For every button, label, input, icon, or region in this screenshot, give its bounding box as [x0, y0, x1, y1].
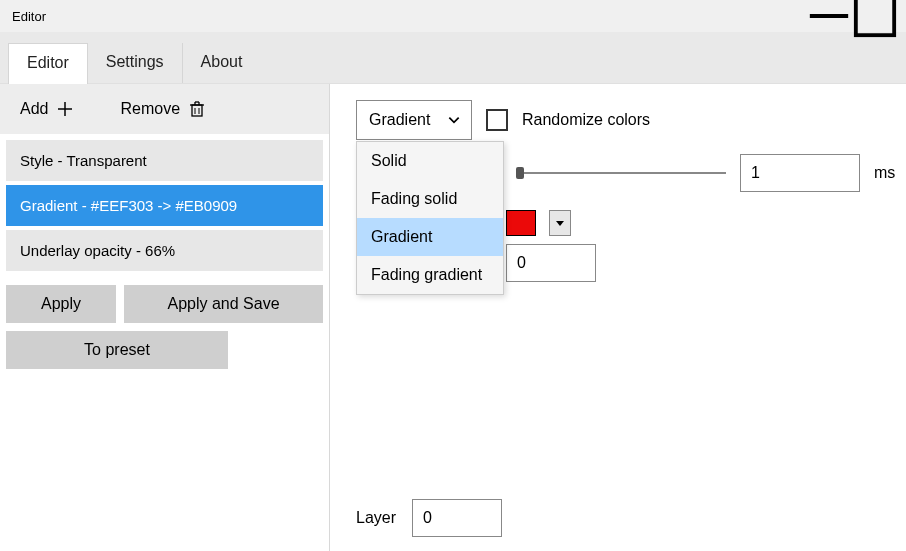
layer-list: Style - Transparent Gradient - #EEF303 -… — [0, 134, 329, 281]
color-dropdown-button[interactable] — [549, 210, 571, 236]
chevron-down-icon — [447, 113, 461, 127]
fill-type-value: Gradient — [369, 111, 430, 129]
svg-marker-11 — [556, 221, 564, 226]
tab-editor[interactable]: Editor — [8, 43, 88, 84]
fill-option-solid[interactable]: Solid — [357, 142, 503, 180]
tab-settings[interactable]: Settings — [88, 43, 183, 83]
width-input[interactable] — [506, 244, 596, 282]
randomize-label: Randomize colors — [522, 111, 650, 129]
apply-save-button[interactable]: Apply and Save — [124, 285, 323, 323]
plus-icon — [56, 100, 74, 118]
svg-rect-1 — [856, 0, 894, 35]
add-button[interactable]: Add — [10, 94, 84, 124]
randomize-checkbox[interactable] — [486, 109, 508, 131]
duration-input[interactable] — [740, 154, 860, 192]
titlebar: Editor — [0, 0, 906, 32]
list-item[interactable]: Gradient - #EEF303 -> #EB0909 — [6, 185, 323, 226]
window-title: Editor — [12, 9, 46, 24]
layer-input[interactable] — [412, 499, 502, 537]
tab-about[interactable]: About — [183, 43, 261, 83]
list-item[interactable]: Underlay opacity - 66% — [6, 230, 323, 271]
duration-slider[interactable] — [516, 172, 726, 174]
minimize-button[interactable] — [806, 0, 852, 32]
layer-label: Layer — [356, 509, 396, 527]
remove-label: Remove — [120, 100, 180, 118]
trash-icon — [188, 100, 206, 118]
caret-down-icon — [555, 218, 565, 228]
fill-type-combo[interactable]: Gradient Solid Fading solid Gradient Fad… — [356, 100, 472, 140]
sidebar-toolbar: Add Remove — [0, 84, 329, 134]
fill-option-gradient[interactable]: Gradient — [357, 218, 503, 256]
list-item[interactable]: Style - Transparent — [6, 140, 323, 181]
sidebar: Add Remove Style - Transparent Gradient … — [0, 84, 330, 551]
fill-option-fading-solid[interactable]: Fading solid — [357, 180, 503, 218]
to-preset-button[interactable]: To preset — [6, 331, 228, 369]
main-panel: Gradient Solid Fading solid Gradient Fad… — [330, 84, 906, 551]
remove-button[interactable]: Remove — [110, 94, 216, 124]
svg-rect-4 — [192, 105, 202, 116]
sidebar-buttons: Apply Apply and Save To preset — [0, 285, 329, 369]
tabstrip: Editor Settings About — [0, 32, 906, 84]
fill-type-dropdown: Solid Fading solid Gradient Fading gradi… — [356, 141, 504, 295]
duration-unit: ms — [874, 164, 895, 182]
apply-button[interactable]: Apply — [6, 285, 116, 323]
add-label: Add — [20, 100, 48, 118]
color-swatch[interactable] — [506, 210, 536, 236]
fill-option-fading-gradient[interactable]: Fading gradient — [357, 256, 503, 294]
maximize-button[interactable] — [852, 0, 898, 32]
